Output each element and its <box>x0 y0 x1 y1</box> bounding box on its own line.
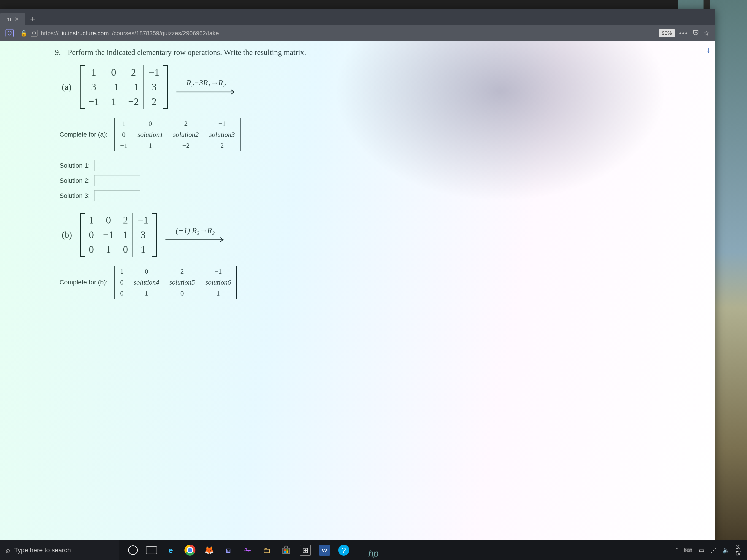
row-op-arrow-b: (−1) R2→R2 <box>165 226 225 243</box>
question-text: Perform the indicated elementary row ope… <box>68 48 306 56</box>
search-icon: ⌕ <box>6 546 10 554</box>
solution-2-input[interactable] <box>94 175 140 186</box>
dropbox-icon[interactable]: ⧈ <box>223 545 234 556</box>
clock[interactable]: 3: 5/ <box>736 543 741 557</box>
hp-logo: hp <box>368 548 379 559</box>
edge-icon[interactable]: e <box>165 545 176 556</box>
file-explorer-icon[interactable]: 🗀 <box>261 545 272 556</box>
svg-rect-6 <box>286 551 288 553</box>
part-b: (b) 1 0 0 0 −1 1 2 1 0 <box>62 213 701 257</box>
solution-3-label: Solution 3: <box>59 192 90 199</box>
permissions-icon: ⚙ <box>31 30 37 36</box>
calculator-icon[interactable]: ⊞ <box>300 545 311 556</box>
complete-b-row: Complete for (b): 1 0 0 0 solution4 1 2 … <box>59 266 701 299</box>
wifi-icon[interactable]: ⋰ <box>711 547 716 554</box>
keyboard-icon[interactable]: ⌨ <box>684 547 693 554</box>
question-prompt: 9. Perform the indicated elementary row … <box>55 48 701 57</box>
question-number: 9. <box>55 48 61 56</box>
battery-icon[interactable]: ▭ <box>699 547 704 554</box>
solution-1-label: Solution 1: <box>59 162 90 169</box>
cortana-icon[interactable] <box>128 545 138 555</box>
part-a: (a) 1 3 −1 0 −1 1 2 −1 −2 <box>62 65 701 109</box>
complete-a-matrix: 1 0 −1 0 solution1 1 2 solution2 −2 −1 <box>114 118 240 151</box>
time-partial: 3: <box>736 543 741 550</box>
page-actions-icon[interactable]: ••• <box>679 30 688 37</box>
solution-1-input[interactable] <box>94 160 140 171</box>
part-b-label: (b) <box>62 230 72 240</box>
svg-rect-2 <box>283 548 289 554</box>
word-icon[interactable]: w <box>319 545 330 556</box>
date-partial: 5/ <box>736 550 741 557</box>
taskbar-search[interactable]: ⌕ Type here to search <box>0 540 119 560</box>
firefox-icon[interactable]: 🦊 <box>204 545 215 556</box>
download-arrow-icon[interactable]: ↓ <box>706 46 711 54</box>
url-path: /courses/1878359/quizzes/2906962/take <box>112 30 219 37</box>
page-content: ↓ 9. Perform the indicated elementary ro… <box>0 41 715 542</box>
complete-b-label: Complete for (b): <box>59 278 108 286</box>
part-b-matrix: 1 0 0 0 −1 1 2 1 0 −1 3 1 <box>80 213 157 257</box>
solution-3-input[interactable] <box>94 190 140 201</box>
part-a-label: (a) <box>62 82 71 92</box>
url-box[interactable]: 🔒 ⚙ https://iu.instructure.com/courses/1… <box>18 28 654 38</box>
complete-a-row: Complete for (a): 1 0 −1 0 solution1 1 2… <box>59 118 701 151</box>
complete-b-matrix: 1 0 0 0 solution4 1 2 solution5 0 −1 <box>114 266 237 299</box>
url-scheme: https:// <box>41 30 58 37</box>
row-op-a-text: R2−3R1→R2 <box>186 78 226 88</box>
tab-strip: m × + <box>0 9 715 25</box>
solution-2-row: Solution 2: <box>59 175 701 186</box>
new-tab-button[interactable]: + <box>26 13 40 25</box>
close-tab-icon[interactable]: × <box>15 15 19 23</box>
zoom-indicator[interactable]: 90% <box>659 29 675 37</box>
tracking-shield-icon[interactable] <box>5 29 14 37</box>
browser-tab[interactable]: m × <box>0 13 25 25</box>
chrome-icon[interactable] <box>184 545 196 556</box>
solution-1-row: Solution 1: <box>59 160 701 171</box>
row-op-b-text: (−1) R2→R2 <box>176 226 215 236</box>
svg-rect-4 <box>286 550 288 551</box>
solution-2-label: Solution 2: <box>59 177 90 184</box>
svg-rect-3 <box>284 550 286 551</box>
search-placeholder: Type here to search <box>14 546 71 554</box>
lock-icon: 🔒 <box>20 30 27 37</box>
complete-a-label: Complete for (a): <box>59 131 108 138</box>
microsoft-store-icon[interactable] <box>281 545 291 556</box>
svg-rect-5 <box>284 551 286 553</box>
row-op-arrow-a: R2−3R1→R2 <box>177 78 236 96</box>
taskbar-pinned-apps: e 🦊 ⧈ ✁ 🗀 ⊞ w ? <box>128 545 349 556</box>
solution-3-row: Solution 3: <box>59 190 701 201</box>
get-help-icon[interactable]: ? <box>338 545 349 556</box>
browser-window: m × + 🔒 ⚙ https://iu.instructure.com/cou… <box>0 9 715 542</box>
address-bar: 🔒 ⚙ https://iu.instructure.com/courses/1… <box>0 25 715 41</box>
tab-title: m <box>6 16 11 22</box>
task-view-icon[interactable] <box>146 546 157 554</box>
volume-icon[interactable]: 🔈 <box>722 547 729 554</box>
bookmark-star-icon[interactable]: ☆ <box>703 29 710 37</box>
url-host: iu.instructure.com <box>62 30 109 37</box>
snip-icon[interactable]: ✁ <box>242 545 253 556</box>
pocket-icon[interactable] <box>692 29 699 37</box>
part-a-matrix: 1 3 −1 0 −1 1 2 −1 −2 −1 3 <box>80 65 168 109</box>
tray-overflow-icon[interactable]: ˄ <box>676 547 678 553</box>
system-tray: ˄ ⌨ ▭ ⋰ 🔈 3: 5/ <box>669 543 747 557</box>
